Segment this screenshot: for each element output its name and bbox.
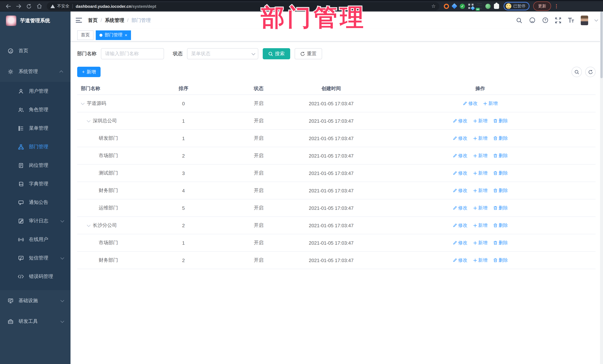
actions-cell: 修改新增删除 <box>365 153 596 159</box>
help-icon[interactable]: ? <box>542 17 548 23</box>
add-link[interactable]: 新增 <box>473 205 487 211</box>
status-select[interactable]: 菜单状态 <box>187 48 258 59</box>
fullscreen-icon[interactable] <box>555 17 561 23</box>
close-tag-icon[interactable]: × <box>125 33 127 37</box>
sidebar-item-dashboard[interactable]: 首页 <box>0 40 70 61</box>
modify-link[interactable]: 修改 <box>452 187 467 194</box>
add-link[interactable]: 新增 <box>483 100 498 107</box>
modify-link[interactable]: 修改 <box>452 240 467 246</box>
grid-extension[interactable] <box>468 3 474 9</box>
chrome-update-button[interactable]: 更新 <box>533 1 551 11</box>
user-avatar[interactable] <box>581 15 588 25</box>
sidebar-item-sms[interactable]: 短信管理 <box>0 249 70 267</box>
reload-icon[interactable] <box>25 2 33 10</box>
delete-link[interactable]: 删除 <box>493 153 508 159</box>
table-row: 市场部门1开启2021-01-05 17:03:47修改新增删除 <box>77 234 596 252</box>
github-icon[interactable] <box>529 17 535 23</box>
toggle-search-icon[interactable] <box>571 67 582 77</box>
sidebar-item-infra[interactable]: 基础设施 <box>0 290 70 311</box>
search-form: 部门名称 请输入部门名称 状态 菜单状态 搜索 重置 <box>77 48 596 59</box>
delete-link[interactable]: 删除 <box>493 257 508 263</box>
sidebar-menu: 首页系统管理用户管理角色管理菜单管理部门管理岗位管理字典管理通知公告审计日志在线… <box>0 30 70 332</box>
reset-button[interactable]: 重置 <box>295 48 322 59</box>
tag-dept-active[interactable]: 部门管理 × <box>96 30 131 40</box>
browser-profile-chip[interactable]: 已暂停 <box>504 2 530 10</box>
add-link[interactable]: 新增 <box>473 240 487 246</box>
modify-link[interactable]: 修改 <box>452 135 467 141</box>
sidebar-item-user[interactable]: 用户管理 <box>0 82 70 100</box>
modify-link[interactable]: 修改 <box>452 222 467 229</box>
delete-link[interactable]: 删除 <box>493 118 508 124</box>
delete-link[interactable]: 删除 <box>493 187 508 194</box>
font-size-icon[interactable] <box>568 17 574 23</box>
add-link[interactable]: 新增 <box>473 118 487 124</box>
sidebar-item-tree[interactable]: 菜单管理 <box>0 119 70 138</box>
created-cell: 2021-01-05 17:03:47 <box>297 118 365 124</box>
sidebar-item-toolbox[interactable]: 研发工具 <box>0 311 70 332</box>
green-frog-extension[interactable] <box>485 3 491 9</box>
add-link[interactable]: 新增 <box>473 257 487 263</box>
expand-arrow-icon[interactable] <box>87 118 91 122</box>
sidebar-item-code[interactable]: 错误码管理 <box>0 267 70 286</box>
home-icon[interactable] <box>35 2 43 10</box>
sidebar-item-gear[interactable]: 系统管理 <box>0 61 70 82</box>
green-check-extension[interactable]: ✓ <box>460 3 465 9</box>
on-badge-extension[interactable]: on <box>477 3 482 9</box>
breadcrumb-home[interactable]: 首页 <box>88 17 98 23</box>
url-path: /system/dept <box>131 4 156 8</box>
delete-link[interactable]: 删除 <box>493 240 508 246</box>
blue-gem-extension[interactable] <box>452 3 457 9</box>
tag-home[interactable]: 首页 <box>77 30 93 40</box>
add-link[interactable]: 新增 <box>473 187 487 194</box>
forward-icon[interactable] <box>14 2 23 10</box>
modify-link[interactable]: 修改 <box>452 205 467 211</box>
expand-arrow-icon[interactable] <box>81 101 85 105</box>
star-icon[interactable]: ☆ <box>431 3 436 9</box>
refresh-icon[interactable] <box>585 67 596 77</box>
back-icon[interactable] <box>4 2 12 10</box>
security-label[interactable]: 不安全 <box>57 3 70 9</box>
modify-link[interactable]: 修改 <box>463 100 477 107</box>
add-link[interactable]: 新增 <box>473 222 487 229</box>
page-scrollbar[interactable] <box>600 11 603 364</box>
table-row: 芋道源码0开启2021-01-05 17:03:47修改新增 <box>77 95 596 112</box>
kebab-menu-icon[interactable]: ⋮ <box>554 3 559 9</box>
delete-link[interactable]: 删除 <box>493 222 508 229</box>
search-icon[interactable] <box>516 17 522 23</box>
scrollbar-thumb[interactable] <box>600 11 603 78</box>
add-link[interactable]: 新增 <box>473 153 487 159</box>
modify-link[interactable]: 修改 <box>452 153 467 159</box>
table-body: 芋道源码0开启2021-01-05 17:03:47修改新增深圳总公司1开启20… <box>77 95 596 269</box>
delete-link[interactable]: 删除 <box>493 135 508 141</box>
sidebar-item-badge[interactable]: 岗位管理 <box>0 156 70 175</box>
search-button[interactable]: 搜索 <box>263 48 290 59</box>
sidebar-item-users[interactable]: 角色管理 <box>0 100 70 119</box>
created-cell: 2021-01-05 17:03:47 <box>297 135 365 141</box>
expand-arrow-icon[interactable] <box>87 223 91 227</box>
delete-link[interactable]: 删除 <box>493 205 508 211</box>
modify-link[interactable]: 修改 <box>452 118 467 124</box>
svg-text:?: ? <box>544 18 546 22</box>
sidebar-item-log[interactable]: 审计日志 <box>0 212 70 230</box>
orange-ring-extension[interactable] <box>444 3 449 9</box>
add-link[interactable]: 新增 <box>473 135 487 141</box>
sidebar-item-org[interactable]: 部门管理 <box>0 138 70 156</box>
sort-cell: 2 <box>147 153 220 158</box>
sidebar-item-notice[interactable]: 通知公告 <box>0 193 70 212</box>
caret-down-icon[interactable] <box>594 18 598 22</box>
modify-link[interactable]: 修改 <box>452 170 467 176</box>
breadcrumb-system[interactable]: 系统管理 <box>105 17 124 23</box>
app-logo[interactable]: 芋道管理系统 <box>0 11 70 30</box>
status-cell: 开启 <box>220 205 297 211</box>
puzzle-extension[interactable] <box>494 3 499 9</box>
sidebar-item-book[interactable]: 字典管理 <box>0 175 70 193</box>
sidebar-item-broadcast[interactable]: 在线用户 <box>0 230 70 249</box>
add-button[interactable]: +新增 <box>77 67 101 77</box>
dept-name-input[interactable]: 请输入部门名称 <box>101 48 164 59</box>
hamburger-icon[interactable] <box>76 18 82 22</box>
delete-link[interactable]: 删除 <box>493 170 508 176</box>
dept-name-cell: 测试部门 <box>77 170 147 176</box>
modify-link[interactable]: 修改 <box>452 257 467 263</box>
address-bar[interactable]: 不安全 dashboard.yudao.iocoder.cn /system/d… <box>47 2 439 10</box>
add-link[interactable]: 新增 <box>473 170 487 176</box>
